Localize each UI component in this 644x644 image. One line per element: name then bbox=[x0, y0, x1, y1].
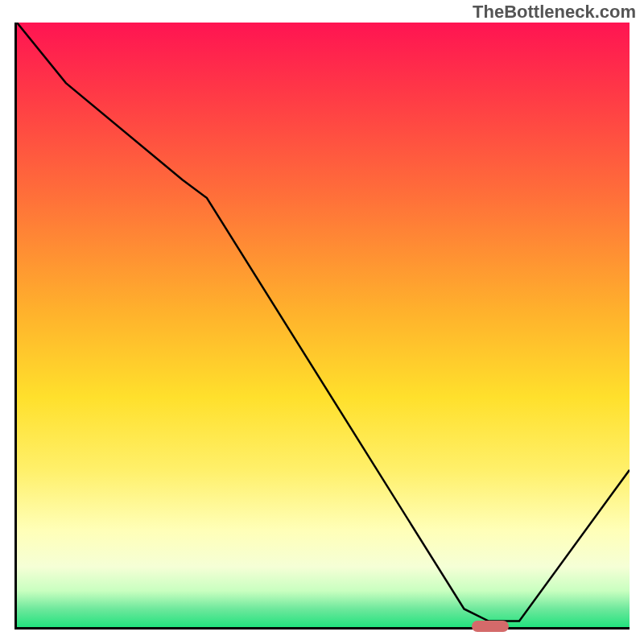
optimal-marker bbox=[472, 621, 509, 632]
watermark-text: TheBottleneck.com bbox=[473, 2, 636, 23]
bottleneck-chart bbox=[14, 23, 630, 630]
chart-curve bbox=[17, 23, 630, 627]
